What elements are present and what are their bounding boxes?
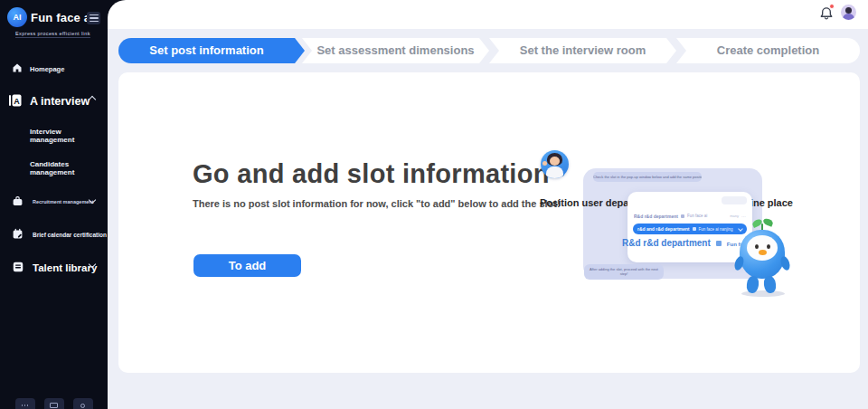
notification-badge [829, 4, 835, 9]
notifications-button[interactable] [818, 5, 835, 22]
sidebar-item-label: Candidates management [30, 160, 108, 176]
empty-state-description: There is no post slot information for no… [193, 198, 561, 209]
assistant-avatar [541, 150, 569, 178]
more-icon: ⋯ [741, 214, 746, 219]
illustration: Check the slot in the pop-up window belo… [529, 145, 809, 308]
brand-tagline: Express process efficient link [15, 31, 90, 38]
sidebar-item-label: Brief calendar certification [33, 232, 107, 238]
sidebar-item-a-interview[interactable]: A A interview [0, 93, 108, 109]
sidebar-item-label: Recruitment management [33, 199, 94, 204]
menu-collapse-icon[interactable] [87, 12, 100, 24]
library-icon [12, 261, 24, 273]
dots-icon [22, 404, 29, 406]
mini-row: R&d r&d department Fun face ai many ⋯ [634, 211, 746, 221]
sidebar-item-talent-library[interactable]: Talent library [0, 261, 108, 275]
step-label: Set the interview room [520, 43, 646, 57]
brand-name: Fun face ai [31, 11, 94, 24]
step-label: Create completion [717, 43, 819, 57]
mini-input-pill [722, 196, 747, 204]
sidebar-item-label: Homepage [30, 65, 64, 73]
logo-text: AI [14, 13, 22, 22]
user-avatar[interactable] [841, 5, 856, 20]
home-icon [12, 62, 23, 73]
speech-bubble-top: Check the slot in the pop-up window belo… [593, 172, 702, 182]
sidebar-item-brief-calendar-certification[interactable]: Brief calendar certification [0, 229, 108, 240]
step-set-post-information[interactable]: Set post information [118, 38, 295, 63]
screen-icon [50, 403, 58, 408]
sidebar-item-interview-management[interactable]: Interview management [0, 131, 108, 140]
briefcase-icon [12, 195, 24, 207]
step-create-completion[interactable]: Create completion [676, 38, 860, 63]
step-set-the-interview-room[interactable]: Set the interview room [489, 38, 676, 63]
calendar-icon [12, 228, 24, 240]
sidebar-dock [0, 398, 108, 409]
mini-row-selected: r&d and r&d department Fun face ai nanji… [633, 224, 747, 234]
user-icon [80, 404, 85, 408]
interview-icon: A [8, 93, 23, 108]
sidebar: AI Fun face ai Express process efficient… [0, 0, 108, 409]
sidebar-item-label: A interview [30, 95, 90, 108]
step-label: Set post information [149, 43, 263, 57]
brand-logo-icon: AI [7, 7, 27, 27]
building-icon [693, 227, 696, 231]
dock-more-button[interactable] [15, 398, 35, 409]
to-add-button[interactable]: To add [193, 254, 301, 277]
sidebar-item-homepage[interactable]: Homepage [0, 63, 108, 74]
topbar [108, 0, 868, 29]
building-icon [681, 214, 684, 218]
sidebar-item-recruitment-management[interactable]: Recruitment management [0, 196, 108, 207]
empty-state-card: Go and add slot information~ There is no… [118, 72, 860, 373]
sidebar-item-label: Interview management [30, 128, 108, 144]
building-icon [716, 241, 722, 246]
svg-text:A: A [14, 97, 20, 106]
step-label: Set assessment dimensions [316, 43, 474, 57]
step-set-assessment-dimensions[interactable]: Set assessment dimensions [302, 38, 489, 63]
speech-bubble-bottom: After adding the slot, proceed with the … [584, 264, 664, 280]
mascot [734, 222, 790, 303]
dock-screen-button[interactable] [44, 398, 64, 409]
dock-profile-button[interactable] [73, 398, 93, 409]
empty-state-title: Go and add slot information~ [193, 159, 565, 189]
sidebar-item-candidates-management[interactable]: Candidates management [0, 164, 108, 173]
